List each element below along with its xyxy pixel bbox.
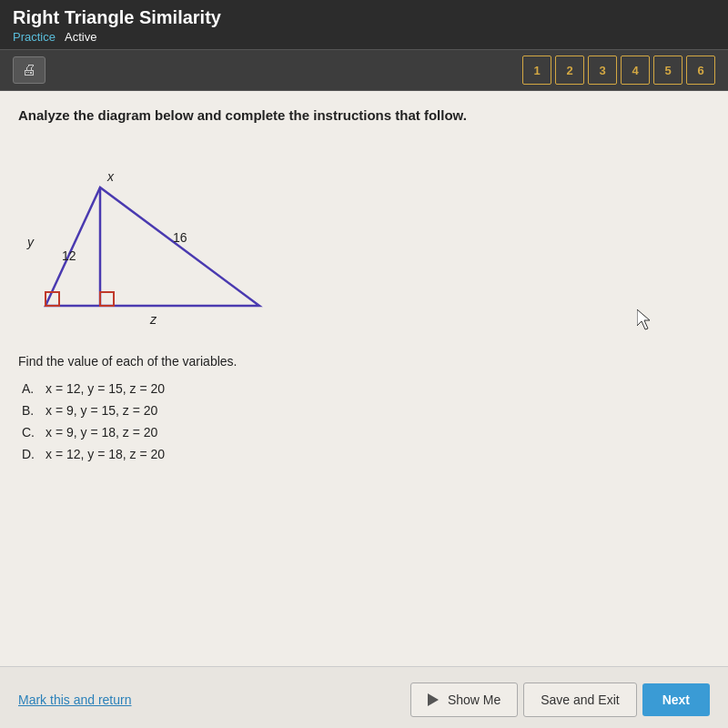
show-me-button[interactable]: Show Me <box>410 682 518 717</box>
save-exit-button[interactable]: Save and Exit <box>523 682 636 717</box>
option-d[interactable]: D. x = 12, y = 18, z = 20 <box>22 447 710 461</box>
print-button[interactable]: 🖨 <box>13 56 46 84</box>
option-b-text: x = 9, y = 15, z = 20 <box>46 403 157 418</box>
question-1-button[interactable]: 1 <box>522 56 551 85</box>
option-b-label: B. <box>22 403 38 418</box>
option-a-label: A. <box>22 381 38 396</box>
toolbar-left: 🖨 <box>13 56 46 84</box>
main-content: Analyze the diagram below and complete t… <box>0 91 728 666</box>
question-6-button[interactable]: 6 <box>686 56 715 85</box>
diagram-area: x y z 12 16 <box>18 137 710 338</box>
option-c[interactable]: C. x = 9, y = 18, z = 20 <box>22 425 710 440</box>
svg-rect-3 <box>100 292 114 306</box>
option-d-label: D. <box>22 447 38 461</box>
mark-return-button[interactable]: Mark this and return <box>18 693 132 707</box>
question-numbers: 1 2 3 4 5 6 <box>522 56 715 85</box>
footer: Mark this and return Show Me Save and Ex… <box>0 666 728 728</box>
option-b[interactable]: B. x = 9, y = 15, z = 20 <box>22 403 710 418</box>
instructions-text: Analyze the diagram below and complete t… <box>18 107 710 123</box>
header: Right Triangle Similarity Practice Activ… <box>0 0 728 50</box>
next-button[interactable]: Next <box>642 683 710 716</box>
svg-marker-0 <box>46 187 259 306</box>
page-title: Right Triangle Similarity <box>13 7 715 28</box>
triangle-diagram: x y z 12 16 <box>18 137 273 338</box>
options-list: A. x = 12, y = 15, z = 20 B. x = 9, y = … <box>22 381 710 461</box>
footer-right: Show Me Save and Exit Next <box>410 682 710 717</box>
show-me-label: Show Me <box>448 693 500 707</box>
practice-label: Practice <box>13 30 56 44</box>
option-c-text: x = 9, y = 18, z = 20 <box>46 425 157 440</box>
label-12: 12 <box>62 248 76 263</box>
option-d-text: x = 12, y = 18, z = 20 <box>46 447 165 461</box>
option-c-label: C. <box>22 425 38 440</box>
toolbar: 🖨 1 2 3 4 5 6 <box>0 50 728 91</box>
video-icon <box>428 693 439 706</box>
header-subtitle: Practice Active <box>13 30 715 44</box>
question-2-button[interactable]: 2 <box>555 56 584 85</box>
label-16: 16 <box>173 230 187 245</box>
question-3-button[interactable]: 3 <box>588 56 617 85</box>
active-badge: Active <box>65 30 96 44</box>
label-y: y <box>26 235 35 249</box>
question-4-button[interactable]: 4 <box>621 56 650 85</box>
label-x: x <box>106 169 115 184</box>
question-text: Find the value of each of the variables. <box>18 354 710 369</box>
question-5-button[interactable]: 5 <box>653 56 682 85</box>
option-a-text: x = 12, y = 15, z = 20 <box>46 381 165 396</box>
label-z: z <box>149 312 157 327</box>
option-a[interactable]: A. x = 12, y = 15, z = 20 <box>22 381 710 396</box>
